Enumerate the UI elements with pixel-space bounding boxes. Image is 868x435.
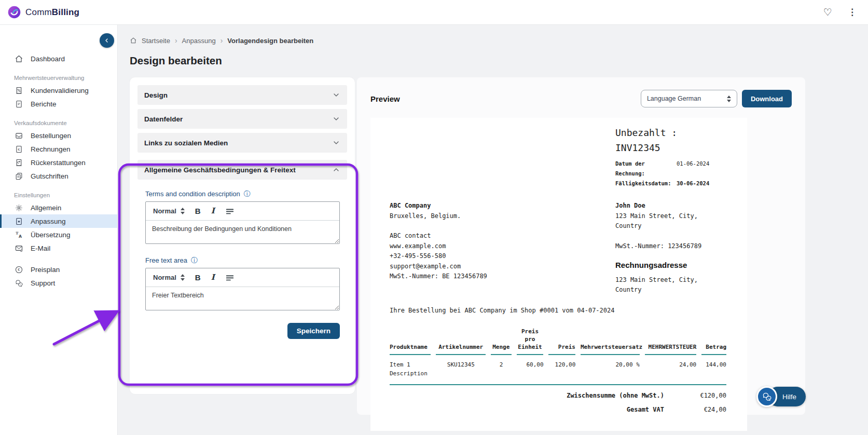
- sidebar-item-label: Rückerstattungen: [31, 159, 86, 167]
- breadcrumb-current: Vorlagendesign bearbeiten: [227, 37, 313, 45]
- sidebar-section-vat: Mehrwertsteuerverwaltung: [0, 75, 117, 81]
- invoice-customer-block: John Doe 123 Main Street, City, Country …: [615, 201, 719, 295]
- sidebar-item-label: E-Mail: [31, 244, 50, 252]
- invoice-due-value: 30-06-2024: [677, 179, 709, 188]
- preview-title: Preview: [370, 94, 400, 103]
- align-left-icon[interactable]: [225, 273, 235, 282]
- accordion-section-terms-freetext[interactable]: Allgemeine Geschäftsbedingungen & Freite…: [137, 160, 347, 180]
- chevron-right-icon: ›: [175, 36, 177, 45]
- bold-button[interactable]: B: [195, 207, 201, 215]
- invoice-date-label: Datum der Rechnung:: [615, 159, 677, 179]
- sidebar-item-label: Support: [31, 279, 55, 287]
- invoice-table-row: Item 1Description SKU12345 2 60,00 120,0…: [390, 355, 726, 384]
- breadcrumb-anpassung[interactable]: Anpassung: [182, 37, 216, 45]
- commbilling-logo-icon: [7, 5, 21, 19]
- chevron-down-icon[interactable]: [332, 115, 340, 123]
- text-style-select[interactable]: Normal: [153, 274, 185, 281]
- sidebar-section-sales: Verkaufsdokumente: [0, 120, 117, 126]
- pricing-euro-circle-icon: €: [14, 265, 23, 274]
- accordion-section-design[interactable]: Design: [137, 85, 347, 105]
- more-options-kebab-icon[interactable]: ⋮: [848, 8, 857, 17]
- breadcrumb-startseite[interactable]: Startseite: [142, 37, 170, 45]
- accordion-section-social-links[interactable]: Links zu sozialen Medien: [137, 133, 347, 153]
- sidebar-item-email[interactable]: E-Mail: [0, 241, 117, 255]
- terms-description-input[interactable]: Beschreibung der Bedingungen und Konditi…: [146, 221, 339, 243]
- language-select[interactable]: Language German: [641, 90, 737, 107]
- main-content: Startseite › Anpassung › Vorlagendesign …: [118, 25, 868, 435]
- sidebar-collapse-button[interactable]: [100, 33, 114, 48]
- invoice-due-label: Fälligkeitsdatum:: [615, 179, 677, 188]
- editor-toolbar: Normal B I: [146, 202, 339, 221]
- help-button[interactable]: Hilfe: [756, 386, 806, 407]
- sidebar-item-dashboard[interactable]: Dashboard: [0, 52, 117, 65]
- help-chat-icon: [756, 386, 777, 407]
- invoice-vat-total-row: Gesamt VAT €24,00: [390, 406, 726, 413]
- italic-button[interactable]: I: [211, 207, 215, 215]
- sidebar-item-allgemein[interactable]: Allgemein: [0, 201, 117, 214]
- sidebar-item-preisplan[interactable]: € Preisplan: [0, 263, 117, 276]
- sidebar: Dashboard Mehrwertsteuerverwaltung Kunde…: [0, 25, 118, 435]
- mail-gear-icon: [14, 243, 23, 253]
- sidebar-item-label: Berichte: [31, 100, 57, 108]
- sidebar-item-label: Bestellungen: [31, 132, 71, 140]
- sidebar-section-settings: Einstellungen: [0, 192, 117, 198]
- accordion-label: Datenfelder: [144, 115, 183, 123]
- preview-panel: Preview Language German Download Unbezah…: [357, 77, 805, 415]
- editor-toolbar: Normal B I: [146, 268, 339, 287]
- sidebar-item-bestellungen[interactable]: Bestellungen: [0, 129, 117, 142]
- chevron-up-icon[interactable]: [332, 166, 340, 174]
- chevron-right-icon: ›: [221, 36, 223, 45]
- free-text-area-label: Free text area: [145, 256, 187, 264]
- sidebar-item-rueckerstattungen[interactable]: Rückerstattungen: [0, 156, 117, 169]
- select-arrows-icon: [181, 208, 185, 214]
- download-button[interactable]: Download: [742, 90, 792, 107]
- select-arrows-icon: [727, 96, 731, 102]
- accordion-section-datenfelder[interactable]: Datenfelder: [137, 109, 347, 129]
- invoice-number: INV12345: [615, 140, 726, 155]
- terms-rich-text-editor: Normal B I Beschreibung der Bedingungen …: [145, 201, 340, 244]
- invoice-order-line: Ihre Bestellung bei ABC Company im Shop …: [390, 307, 726, 314]
- italic-button[interactable]: I: [211, 274, 215, 281]
- orders-inbox-icon: [14, 131, 23, 140]
- chevron-down-icon[interactable]: [332, 139, 340, 147]
- favorites-heart-icon[interactable]: ♡: [823, 7, 832, 17]
- topbar: CommBilling ♡ ⋮: [0, 0, 868, 25]
- free-text-area-input[interactable]: Freier Textbereich: [146, 287, 339, 310]
- help-label: Hilfe: [782, 393, 796, 401]
- accordion-label: Design: [144, 91, 168, 99]
- support-chat-icon: [14, 278, 23, 288]
- invoice-euro-icon: €: [14, 144, 23, 154]
- info-icon[interactable]: ⓘ: [191, 257, 198, 264]
- brand-logo[interactable]: CommBilling: [7, 5, 79, 19]
- svg-text:€: €: [18, 267, 20, 272]
- align-left-icon[interactable]: [225, 207, 235, 216]
- invoice-table-header: Produktname Artikelnummer Menge Preis pr…: [390, 328, 726, 355]
- sidebar-item-rechnungen[interactable]: € Rechnungen: [0, 142, 117, 156]
- sidebar-item-support[interactable]: Support: [0, 276, 117, 290]
- design-settings-card: Design Datenfelder Links zu sozialen Med…: [130, 77, 355, 394]
- receipt-percent-icon: [14, 86, 23, 95]
- invoice-subtotal-row: Zwischensumme (ohne MwSt.) €120,00: [390, 392, 726, 399]
- sidebar-item-uebersetzung[interactable]: xA Übersetzung: [0, 228, 117, 241]
- invoice-company-block: ABC Company Bruxelles, Belgium. ABC cont…: [390, 201, 615, 295]
- sidebar-item-label: Allgemein: [31, 204, 61, 212]
- sidebar-item-anpassung[interactable]: Anpassung: [0, 214, 117, 228]
- info-icon[interactable]: ⓘ: [244, 191, 251, 197]
- billing-address-title: Rechnungsadresse: [615, 260, 719, 270]
- translate-icon: xA: [14, 230, 23, 239]
- chevron-down-icon[interactable]: [332, 91, 340, 99]
- svg-text:x: x: [16, 230, 18, 235]
- credit-note-copy-icon: [14, 171, 23, 181]
- sidebar-item-kundenvalidierung[interactable]: Kundenvalidierung: [0, 84, 117, 97]
- svg-text:A: A: [18, 234, 21, 239]
- sidebar-item-berichte[interactable]: Berichte: [0, 97, 117, 111]
- text-style-select[interactable]: Normal: [153, 207, 185, 215]
- accordion-label: Links zu sozialen Medien: [144, 139, 228, 147]
- accordion-label: Allgemeine Geschäftsbedingungen & Freite…: [144, 166, 296, 174]
- sidebar-item-gutschriften[interactable]: Gutschriften: [0, 169, 117, 183]
- bold-button[interactable]: B: [195, 274, 201, 281]
- save-button[interactable]: Speichern: [287, 323, 340, 339]
- home-icon: [14, 54, 23, 63]
- sidebar-item-label: Preisplan: [31, 266, 60, 274]
- gear-icon: [14, 203, 23, 212]
